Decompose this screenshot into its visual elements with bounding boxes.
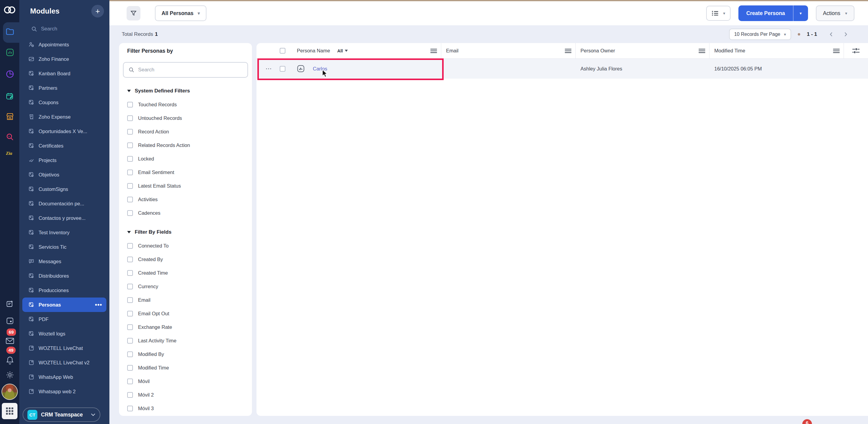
notification-count-badge[interactable]: 6 [802, 419, 812, 424]
checkbox[interactable] [127, 142, 133, 148]
checkbox[interactable] [127, 311, 133, 317]
sidebar-module-item[interactable]: Contactos y provee... ••• [22, 211, 106, 225]
sidebar-module-item[interactable]: Projects ••• [22, 153, 106, 167]
filter-checkbox-item[interactable]: Record Action [127, 129, 248, 135]
column-menu-icon[interactable] [565, 48, 571, 53]
filter-search-box[interactable] [123, 62, 248, 78]
user-avatar[interactable] [1, 384, 18, 400]
filter-checkbox-item[interactable]: Created Time [127, 270, 248, 276]
module-more-icon[interactable]: ••• [95, 301, 102, 308]
column-settings-icon[interactable] [852, 48, 860, 54]
sidebar-module-item[interactable]: Objetivos ••• [22, 167, 106, 182]
checkbox[interactable] [127, 324, 133, 330]
checkbox[interactable] [127, 338, 133, 344]
filter-checkbox-item[interactable]: Móvil 2 [127, 392, 248, 398]
sidebar-module-item[interactable]: WhatsApp Web ••• [22, 370, 106, 384]
calendar-edit-icon[interactable] [5, 92, 14, 101]
filter-checkbox-item[interactable]: Currency [127, 284, 248, 289]
sidebar-module-item[interactable]: WOZTELL LiveChat ••• [22, 341, 106, 355]
filter-checkbox-item[interactable]: Connected To [127, 243, 248, 249]
checkbox[interactable] [127, 197, 133, 202]
filter-checkbox-item[interactable]: Email Sentiment [127, 169, 248, 175]
records-per-page-dropdown[interactable]: 10 Records Per Page ▾ [729, 29, 791, 40]
checkbox[interactable] [127, 379, 133, 384]
filter-checkbox-item[interactable]: Touched Records [127, 102, 248, 107]
name-filter-dropdown[interactable]: All [337, 48, 348, 53]
checkbox[interactable] [127, 284, 133, 289]
compose-icon[interactable] [5, 299, 14, 308]
filter-checkbox-item[interactable]: Cadences [127, 210, 248, 216]
list-view-dropdown[interactable]: ▾ [706, 6, 731, 21]
sidebar-module-item[interactable]: Servicios Tic ••• [22, 240, 106, 254]
sidebar-module-item[interactable]: Messages ••• [22, 254, 106, 269]
add-module-button[interactable]: + [91, 5, 104, 18]
filter-checkbox-item[interactable]: Untouched Records [127, 115, 248, 121]
row-checkbox[interactable] [280, 66, 285, 72]
sidebar-module-item[interactable]: CustomSigns ••• [22, 182, 106, 196]
checkbox[interactable] [127, 257, 133, 262]
mail-icon[interactable] [5, 336, 14, 346]
next-page-button[interactable] [841, 29, 851, 39]
sidebar-module-item[interactable]: Whatsapp web 2 ••• [22, 384, 106, 399]
create-persona-button[interactable]: Create Persona ▾ [738, 5, 808, 21]
calendar-icon[interactable] [5, 316, 14, 325]
filter-checkbox-item[interactable]: Last Activity Time [127, 338, 248, 344]
teamspace-selector[interactable]: CT CRM Teamspace [23, 407, 100, 422]
storefront-icon[interactable] [5, 112, 14, 121]
sidebar-module-item[interactable]: Kanban Board ••• [22, 66, 106, 81]
checkbox[interactable] [127, 183, 133, 189]
checkbox[interactable] [127, 169, 133, 175]
column-menu-icon[interactable] [833, 48, 840, 53]
filter-search-input[interactable] [138, 67, 242, 73]
filter-checkbox-item[interactable]: Exchange Rate [127, 324, 248, 330]
sidebar-module-item[interactable]: Coupons ••• [22, 95, 106, 109]
checkbox[interactable] [127, 243, 133, 249]
zia-logo[interactable]: Zia [5, 149, 14, 158]
row-more-icon[interactable]: ⋯ [266, 65, 280, 72]
checkbox[interactable] [127, 156, 133, 162]
actions-button[interactable]: Actions ▾ [816, 5, 855, 21]
filter-checkbox-item[interactable]: Email [127, 297, 248, 303]
filter-checkbox-item[interactable]: Activities [127, 197, 248, 202]
checkbox[interactable] [127, 392, 133, 398]
checkbox[interactable] [127, 297, 133, 303]
sidebar-module-item[interactable]: Oportunidades X Ve... ••• [22, 124, 106, 138]
sidebar-module-item[interactable]: Personas ••• [22, 297, 106, 312]
checkbox[interactable] [127, 129, 133, 135]
gear-icon[interactable] [5, 370, 14, 380]
filter-checkbox-item[interactable]: Modified Time [127, 365, 248, 371]
filter-checkbox-item[interactable]: Locked [127, 156, 248, 162]
view-selector-dropdown[interactable]: All Personas ▾ [155, 5, 207, 21]
persona-name-link[interactable]: Carlos [313, 66, 327, 72]
checkbox[interactable] [127, 352, 133, 357]
bell-icon[interactable] [5, 356, 14, 365]
bar-chart-icon[interactable] [5, 48, 14, 57]
checkbox[interactable] [127, 365, 133, 371]
checkbox[interactable] [127, 115, 133, 121]
select-all-checkbox[interactable] [280, 48, 285, 54]
sidebar-module-item[interactable]: PDF ••• [22, 312, 106, 326]
table-row[interactable]: ⋯ Carlos Ashley Julia Flores 16/10/2025 … [256, 59, 868, 78]
sidebar-module-item[interactable]: Producciones ••• [22, 283, 106, 297]
sidebar-module-item[interactable]: Distribuidores ••• [22, 269, 106, 283]
sidebar-module-item[interactable]: Certificates ••• [22, 138, 106, 153]
prev-page-button[interactable] [826, 29, 836, 39]
filter-checkbox-item[interactable]: Email Opt Out [127, 311, 248, 317]
sidebar-module-item[interactable]: Zoho Expense ••• [22, 109, 106, 124]
sidebar-module-item[interactable]: Test Inventory ••• [22, 225, 106, 240]
sidebar-module-item[interactable]: Zoho Finance ••• [22, 52, 106, 66]
filter-checkbox-item[interactable]: Latest Email Status [127, 183, 248, 189]
folder-icon[interactable] [5, 27, 14, 36]
filter-checkbox-item[interactable]: Modified By [127, 352, 248, 357]
column-menu-icon[interactable] [699, 48, 705, 53]
create-persona-dropdown[interactable]: ▾ [794, 5, 808, 21]
filter-by-fields-header[interactable]: Filter By Fields [127, 229, 248, 235]
zoho-logo[interactable] [3, 4, 17, 16]
checkbox[interactable] [127, 270, 133, 276]
zia-search-icon[interactable] [5, 132, 14, 141]
system-defined-filters-header[interactable]: System Defined Filters [127, 88, 248, 94]
sidebar-module-item[interactable]: Woztell logs ••• [22, 326, 106, 341]
sidebar-search[interactable]: Search [19, 22, 110, 36]
checkbox[interactable] [127, 102, 133, 107]
filter-checkbox-item[interactable]: Related Records Action [127, 142, 248, 148]
